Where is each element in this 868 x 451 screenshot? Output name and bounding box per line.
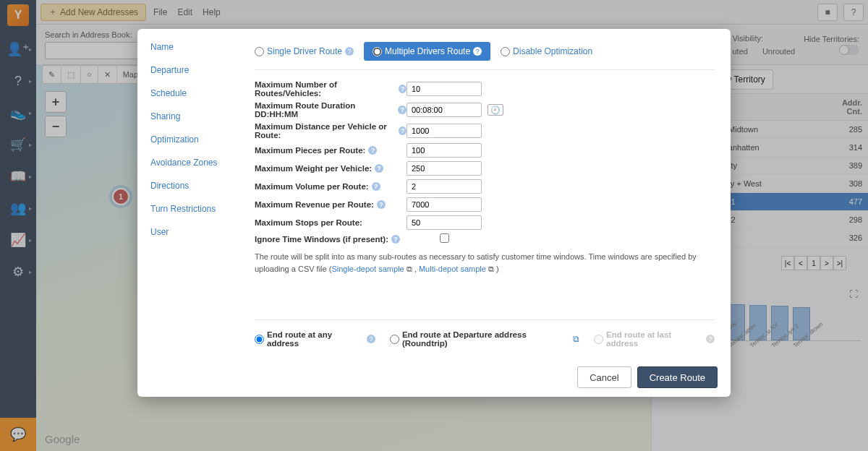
end-last-radio[interactable]: End route at last address? <box>594 330 715 348</box>
nav-schedule[interactable]: Schedule <box>150 88 239 98</box>
nav-departure[interactable]: Departure <box>150 65 239 75</box>
help-icon: ? <box>368 146 377 155</box>
nav-name[interactable]: Name <box>150 42 239 52</box>
max-stops-input[interactable] <box>407 215 482 230</box>
max-volume-input[interactable] <box>407 179 482 194</box>
single-depot-link[interactable]: Single-depot sample <box>331 265 404 273</box>
ignore-tw-checkbox[interactable] <box>440 233 449 243</box>
max-pieces-input[interactable] <box>407 143 482 158</box>
nav-sharing[interactable]: Sharing <box>150 111 239 121</box>
modal-nav: Name Departure Schedule Sharing Optimiza… <box>137 29 239 361</box>
help-icon: ? <box>473 47 482 56</box>
nav-directions[interactable]: Directions <box>150 181 239 191</box>
route-split-note: The route will be split into as many sub… <box>255 251 715 275</box>
help-icon: ? <box>399 85 407 93</box>
nav-optimization[interactable]: Optimization <box>150 134 239 145</box>
help-icon: ? <box>345 47 354 56</box>
max-weight-input[interactable] <box>407 161 482 176</box>
tab-disable-opt[interactable]: Disable Optimization <box>501 46 592 56</box>
max-distance-input[interactable] <box>407 124 482 138</box>
help-icon: ? <box>399 126 407 135</box>
max-duration-input[interactable] <box>407 103 482 117</box>
help-icon: ? <box>377 200 386 209</box>
help-icon: ? <box>391 235 400 244</box>
nav-turn-restrict[interactable]: Turn Restrictions <box>150 204 239 214</box>
max-routes-input[interactable] <box>407 82 482 96</box>
max-revenue-input[interactable] <box>407 197 482 212</box>
nav-avoidance[interactable]: Avoidance Zones <box>150 158 239 168</box>
help-icon: ? <box>375 164 383 173</box>
cancel-button[interactable]: Cancel <box>577 366 631 388</box>
multi-depot-link[interactable]: Multi-depot sample <box>419 265 486 273</box>
tab-multi-driver[interactable]: Multiple Drivers Route? <box>364 42 490 61</box>
help-icon: ? <box>706 335 715 343</box>
create-route-modal: Name Departure Schedule Sharing Optimiza… <box>137 29 731 397</box>
help-icon: ? <box>367 335 375 343</box>
end-any-radio[interactable]: End route at any address? <box>255 330 375 348</box>
modal-overlay: Name Departure Schedule Sharing Optimiza… <box>0 0 868 451</box>
help-icon: ? <box>372 182 380 191</box>
end-departure-radio[interactable]: End route at Departure address (Roundtri… <box>390 330 579 348</box>
duration-picker-icon[interactable]: 🕘 <box>488 104 503 116</box>
help-icon: ? <box>398 106 407 114</box>
nav-user[interactable]: User <box>150 227 239 237</box>
tab-single-driver[interactable]: Single Driver Route? <box>255 46 354 56</box>
create-route-button[interactable]: Create Route <box>637 366 718 388</box>
